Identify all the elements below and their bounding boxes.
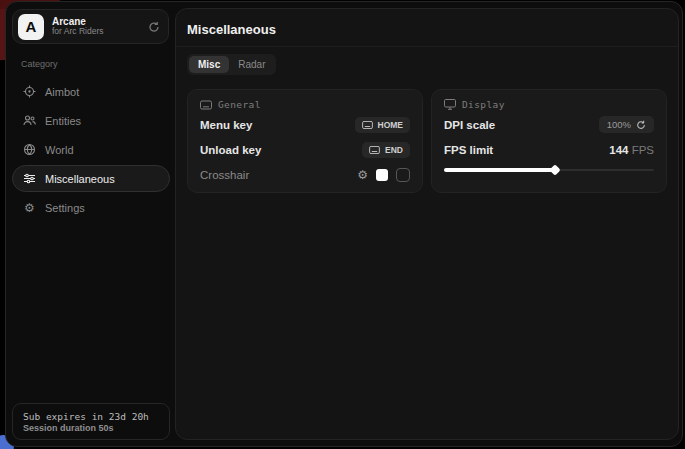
keyboard-icon xyxy=(369,146,380,154)
subscription-card: Sub expires in 23d 20h Session duration … xyxy=(12,403,170,440)
unload-key-value: END xyxy=(385,145,403,155)
sidebar: A Arcane for Arc Riders Category xyxy=(6,2,176,446)
cycle-icon xyxy=(636,120,646,130)
refresh-icon[interactable] xyxy=(148,21,160,33)
sidebar-item-label: Settings xyxy=(45,202,85,214)
monitor-icon xyxy=(444,99,456,110)
display-panel-title: Display xyxy=(462,99,505,110)
slider-fill xyxy=(444,168,555,172)
crosshair-row: Crosshair ⚙ xyxy=(200,164,410,185)
crosshair-icon xyxy=(23,85,36,98)
fps-unit: FPS xyxy=(632,144,654,156)
fps-limit-slider[interactable] xyxy=(444,165,654,175)
tab-misc[interactable]: Misc xyxy=(189,56,229,73)
general-panel: General Menu key HOME xyxy=(187,89,423,193)
sidebar-item-aimbot[interactable]: Aimbot xyxy=(12,78,170,105)
tune-icon xyxy=(23,172,36,185)
crosshair-checkbox[interactable] xyxy=(396,168,410,182)
sidebar-item-settings[interactable]: ⚙ Settings xyxy=(12,194,170,221)
globe-icon xyxy=(23,143,36,156)
sidebar-nav: Aimbot Entities xyxy=(12,78,170,221)
display-panel-header: Display xyxy=(444,99,654,110)
sub-expiry-text: Sub expires in 23d 20h xyxy=(23,411,159,422)
sidebar-item-world[interactable]: World xyxy=(12,136,170,163)
app-logo: A xyxy=(18,14,44,40)
tab-bar: Misc Radar xyxy=(187,54,276,75)
general-panel-header: General xyxy=(200,99,410,110)
crosshair-color-swatch[interactable] xyxy=(376,169,388,181)
keyboard-icon xyxy=(362,121,373,129)
category-label: Category xyxy=(21,59,170,69)
crosshair-label: Crosshair xyxy=(200,169,249,181)
fps-limit-label: FPS limit xyxy=(444,144,493,156)
sidebar-item-miscellaneous[interactable]: Miscellaneous xyxy=(12,165,170,192)
fps-limit-row: FPS limit 144 FPS xyxy=(444,139,654,160)
keyboard-icon xyxy=(200,100,212,110)
sidebar-item-label: Aimbot xyxy=(45,86,79,98)
fps-number: 144 xyxy=(609,144,628,156)
sidebar-item-entities[interactable]: Entities xyxy=(12,107,170,134)
menu-key-value: HOME xyxy=(378,120,404,130)
gear-icon: ⚙ xyxy=(23,202,36,214)
slider-thumb[interactable] xyxy=(550,164,561,175)
sidebar-item-label: Entities xyxy=(45,115,81,127)
crosshair-controls: ⚙ xyxy=(357,168,410,182)
page-title: Miscellaneous xyxy=(187,22,667,37)
sidebar-item-label: Miscellaneous xyxy=(45,173,115,185)
crosshair-settings-gear-icon[interactable]: ⚙ xyxy=(357,169,368,181)
display-panel: Display DPI scale 100% xyxy=(431,89,667,193)
session-duration-text: Session duration 50s xyxy=(23,423,159,433)
desktop: A Arcane for Arc Riders Category xyxy=(0,0,685,449)
app-meta: Arcane for Arc Riders xyxy=(52,16,140,37)
fps-limit-value: 144 FPS xyxy=(609,144,654,156)
entities-icon xyxy=(23,114,36,127)
app-window: A Arcane for Arc Riders Category xyxy=(5,1,683,447)
unload-key-bind-button[interactable]: END xyxy=(362,142,410,158)
main-panel: Miscellaneous Misc Radar General xyxy=(175,8,679,440)
menu-key-label: Menu key xyxy=(200,119,252,131)
menu-key-bind-button[interactable]: HOME xyxy=(355,117,411,133)
dpi-scale-value: 100% xyxy=(607,119,631,130)
panels-row: General Menu key HOME xyxy=(187,89,667,193)
tab-radar[interactable]: Radar xyxy=(229,56,274,73)
dpi-scale-button[interactable]: 100% xyxy=(599,116,654,133)
dpi-scale-row: DPI scale 100% xyxy=(444,114,654,135)
sidebar-item-label: World xyxy=(45,144,74,156)
general-panel-title: General xyxy=(218,99,261,110)
app-subtitle: for Arc Riders xyxy=(52,27,140,37)
unload-key-row: Unload key END xyxy=(200,139,410,160)
menu-key-row: Menu key HOME xyxy=(200,114,410,135)
app-header-card: A Arcane for Arc Riders xyxy=(12,9,169,44)
unload-key-label: Unload key xyxy=(200,144,261,156)
header-divider xyxy=(176,46,678,47)
dpi-scale-label: DPI scale xyxy=(444,119,495,131)
